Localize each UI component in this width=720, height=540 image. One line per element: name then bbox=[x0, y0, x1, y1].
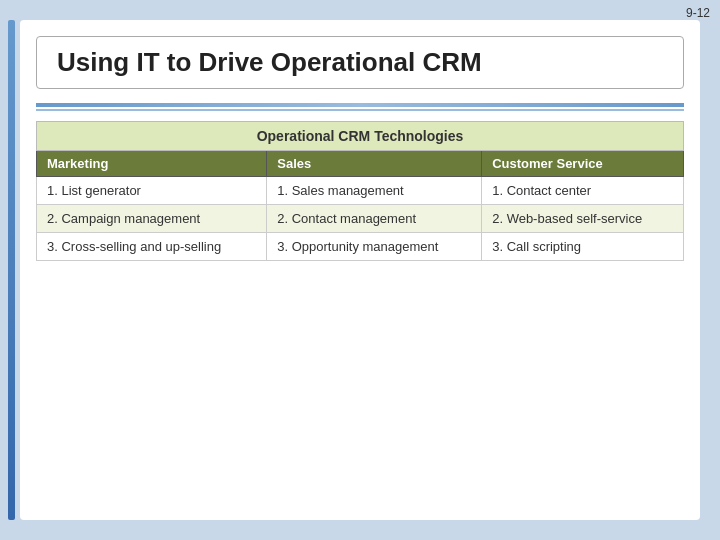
cell-sales-1: 1. Sales management bbox=[267, 177, 482, 205]
cell-sales-3: 3. Opportunity management bbox=[267, 233, 482, 261]
table-section-title: Operational CRM Technologies bbox=[37, 122, 684, 151]
cell-marketing-3: 3. Cross-selling and up-selling bbox=[37, 233, 267, 261]
page-number: 9-12 bbox=[686, 6, 710, 20]
cell-cs-3: 3. Call scripting bbox=[482, 233, 684, 261]
slide-container: Using IT to Drive Operational CRM Operat… bbox=[20, 20, 700, 520]
divider-bottom bbox=[36, 109, 684, 111]
col-header-customer-service: Customer Service bbox=[482, 151, 684, 177]
col-header-marketing: Marketing bbox=[37, 151, 267, 177]
cell-cs-2: 2. Web-based self-service bbox=[482, 205, 684, 233]
table-row: 3. Cross-selling and up-selling 3. Oppor… bbox=[37, 233, 684, 261]
left-bar bbox=[8, 20, 15, 520]
title-box: Using IT to Drive Operational CRM bbox=[36, 36, 684, 89]
cell-marketing-1: 1. List generator bbox=[37, 177, 267, 205]
table-row: 1. List generator 1. Sales management 1.… bbox=[37, 177, 684, 205]
crm-table: Operational CRM Technologies Marketing S… bbox=[36, 121, 684, 261]
divider-top bbox=[36, 103, 684, 107]
table-row: 2. Campaign management 2. Contact manage… bbox=[37, 205, 684, 233]
cell-marketing-2: 2. Campaign management bbox=[37, 205, 267, 233]
cell-sales-2: 2. Contact management bbox=[267, 205, 482, 233]
col-header-sales: Sales bbox=[267, 151, 482, 177]
cell-cs-1: 1. Contact center bbox=[482, 177, 684, 205]
slide-title: Using IT to Drive Operational CRM bbox=[57, 47, 482, 77]
